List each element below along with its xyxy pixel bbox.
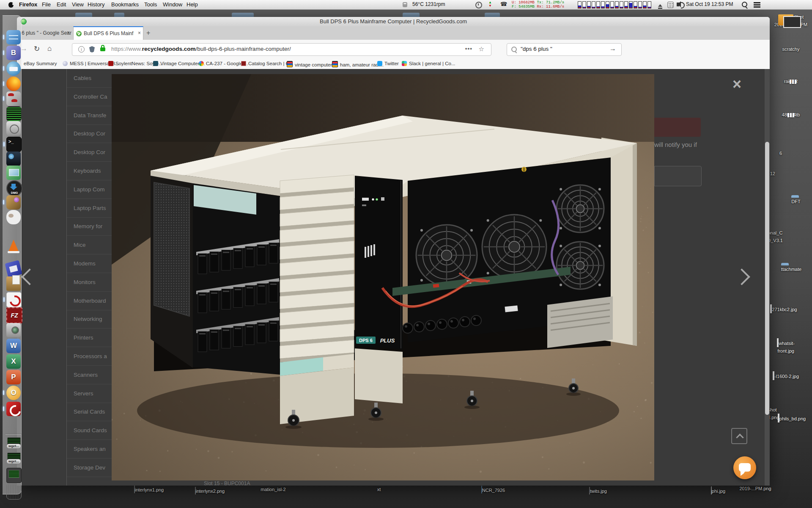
dock-icon[interactable]: O bbox=[6, 386, 21, 400]
menu-item[interactable]: Edit bbox=[57, 1, 66, 8]
dock-icon[interactable] bbox=[6, 195, 21, 210]
sidebar-category[interactable]: Cables bbox=[67, 69, 112, 88]
sidebar-category[interactable]: Sound Cards bbox=[67, 421, 112, 440]
new-tab-button[interactable]: + bbox=[146, 29, 150, 37]
menu-item[interactable]: View bbox=[72, 1, 84, 8]
keyboard-viewer-icon[interactable] bbox=[667, 2, 674, 8]
bookmark-item[interactable]: vintage computer i... bbox=[287, 61, 339, 67]
bookmark-item[interactable]: Catalog Search | C... bbox=[241, 61, 294, 66]
desktop-icon[interactable]: scratchy bbox=[770, 45, 812, 52]
sidebar-category[interactable]: Data Transfe bbox=[67, 106, 112, 125]
sidebar-category[interactable]: Monitors bbox=[67, 273, 112, 292]
desktop-icon[interactable]: mation_isl-2 bbox=[246, 485, 301, 493]
fan-control-icon[interactable] bbox=[403, 2, 407, 7]
dock-icon[interactable] bbox=[6, 121, 21, 135]
phone-icon[interactable]: ☎ bbox=[500, 1, 507, 7]
desktop-icon[interactable]: ttachmate bbox=[766, 265, 809, 273]
dock-icon[interactable] bbox=[6, 484, 22, 500]
tab-close-icon[interactable]: × bbox=[138, 30, 141, 36]
desktop-icon[interactable]: DFT bbox=[775, 197, 812, 205]
dock-icon[interactable] bbox=[6, 166, 21, 180]
desktop-icon[interactable]: 48tb_4tb bbox=[770, 110, 812, 118]
dock-icon[interactable] bbox=[6, 77, 21, 91]
dock-icon[interactable]: DMG bbox=[6, 180, 22, 196]
menu-item[interactable]: File bbox=[42, 1, 51, 8]
sidebar-category[interactable]: Printers bbox=[67, 329, 112, 347]
dock-icon[interactable] bbox=[6, 239, 21, 253]
page-info-icon[interactable]: i bbox=[78, 46, 85, 52]
lightbox-next-icon[interactable] bbox=[733, 268, 750, 285]
dock-icon[interactable] bbox=[6, 276, 21, 291]
menu-item[interactable]: Help bbox=[187, 1, 198, 8]
updown-arrows-icon[interactable]: ▲▼ bbox=[488, 1, 492, 8]
title-bar[interactable]: Bull DPS 6 Plus Mainframe Computer | Rec… bbox=[17, 17, 770, 27]
reload-button[interactable]: ↻ bbox=[34, 44, 40, 53]
dock-icon[interactable] bbox=[6, 468, 22, 483]
sidebar-category[interactable]: Processors a bbox=[67, 347, 112, 366]
tracking-shield-icon[interactable] bbox=[89, 46, 95, 52]
sidebar-category[interactable]: Motherboard bbox=[67, 292, 112, 310]
desktop-icon[interactable]: xt bbox=[351, 485, 406, 493]
tab-close-icon[interactable]: × bbox=[67, 30, 70, 36]
lightbox-close-icon[interactable]: × bbox=[732, 77, 741, 92]
desktop-icon[interactable]: -12 bbox=[768, 169, 810, 177]
menu-item[interactable]: Window bbox=[163, 1, 182, 8]
desktop-icon[interactable]: whatsit- front.jpg bbox=[765, 339, 807, 354]
sidebar-category[interactable]: Networking bbox=[67, 310, 112, 329]
sidebar-category[interactable]: Memory for bbox=[67, 217, 112, 236]
desktop-icon[interactable]: raid_R bbox=[770, 77, 812, 85]
sidebar-category[interactable]: Desktop Cor bbox=[67, 124, 112, 143]
notification-center-icon[interactable] bbox=[754, 2, 760, 3]
apple-menu-icon[interactable] bbox=[8, 2, 14, 8]
sidebar-category[interactable]: Servers bbox=[67, 384, 112, 403]
dock-icon[interactable]: wget... bbox=[7, 437, 21, 447]
sidebar-category[interactable]: Modems bbox=[67, 254, 112, 273]
desktop-icon[interactable]: sonal_C 70_V3.1 bbox=[765, 229, 808, 244]
notify-input-dimmed[interactable] bbox=[654, 166, 702, 186]
dock-icon[interactable]: >_ bbox=[6, 137, 22, 152]
chat-widget-button[interactable] bbox=[733, 456, 756, 479]
dock-icon[interactable] bbox=[6, 402, 21, 416]
dock-icon[interactable]: X bbox=[6, 354, 21, 369]
menu-clock[interactable]: Sat Oct 19 12:53 PM bbox=[686, 1, 733, 7]
sidebar-category[interactable]: Scanners bbox=[67, 366, 112, 384]
bookmark-star-icon[interactable]: ☆ bbox=[479, 45, 484, 53]
sidebar-category[interactable]: Laptop Com bbox=[67, 180, 112, 199]
menu-item[interactable]: Tools bbox=[144, 1, 157, 8]
search-bar[interactable]: "dps 6 plus " → bbox=[507, 43, 622, 56]
dock-icon[interactable] bbox=[6, 152, 21, 166]
search-input-value[interactable]: "dps 6 plus " bbox=[521, 46, 552, 52]
bookmark-item[interactable]: eBay Summary bbox=[24, 61, 57, 66]
dock-icon[interactable]: W bbox=[6, 339, 21, 353]
bookmark-item[interactable]: Twitter bbox=[377, 61, 399, 66]
dock-icon[interactable]: B bbox=[6, 46, 21, 60]
sidebar-category[interactable]: Controller Ca bbox=[67, 88, 112, 106]
sidebar-category[interactable]: Desktop Cor bbox=[67, 143, 112, 162]
spotlight-icon[interactable] bbox=[742, 2, 747, 7]
bookmark-item[interactable]: Slack | general | Co... bbox=[402, 61, 455, 66]
desktop-icon[interactable]: NCR_7926 bbox=[466, 486, 521, 494]
dock-icon[interactable] bbox=[6, 30, 21, 44]
dock-icon[interactable]: FZ bbox=[6, 307, 22, 323]
sidebar-category[interactable]: Laptop Parts bbox=[67, 199, 112, 218]
eject-icon[interactable] bbox=[658, 2, 662, 7]
lightbox-prev-icon[interactable] bbox=[21, 268, 38, 285]
dock-icon[interactable] bbox=[6, 323, 21, 337]
menu-item[interactable]: History bbox=[88, 1, 104, 8]
sidebar-category[interactable]: Mice bbox=[67, 236, 112, 254]
bookmark-item[interactable]: CA-237 - Google ... bbox=[199, 61, 248, 66]
desktop-icon[interactable]: twits.jpg bbox=[571, 487, 625, 494]
lightbox-photo-dps6-mainframe[interactable]: DPS 6 PLUS bbox=[112, 74, 654, 480]
page-actions-icon[interactable]: ••• bbox=[465, 45, 472, 52]
desktop-icon[interactable]: interlynx1.png bbox=[121, 486, 176, 493]
desktop-icon[interactable]: interlynx2.png bbox=[182, 487, 237, 494]
dock-icon[interactable]: P bbox=[6, 370, 21, 384]
tab-bull-dps6[interactable]: Bull DPS 6 Plus Mainframe Com × bbox=[73, 26, 143, 41]
bookmark-item[interactable]: ham, amateur radi... bbox=[332, 61, 384, 67]
sidebar-category[interactable]: Keyboards bbox=[67, 162, 112, 180]
sidebar-category[interactable]: Speakers an bbox=[67, 440, 112, 458]
sidebar-category[interactable]: Serial Cards bbox=[67, 403, 112, 421]
page-scrollbar-thumb[interactable] bbox=[765, 142, 769, 415]
dock-icon[interactable]: wget... bbox=[7, 453, 21, 462]
notify-button-dimmed[interactable] bbox=[654, 118, 701, 137]
